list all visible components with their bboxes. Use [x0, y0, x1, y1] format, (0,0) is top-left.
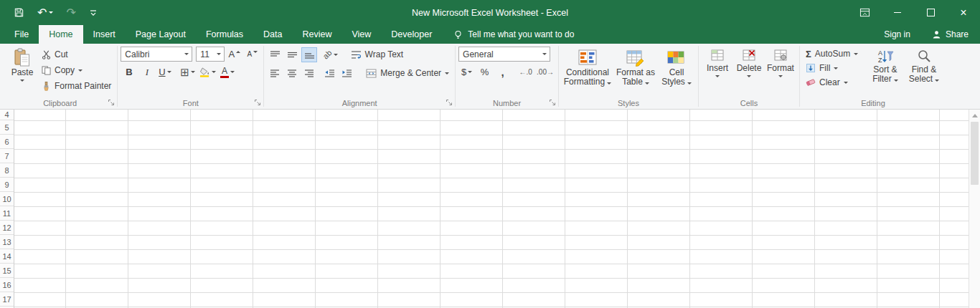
format-painter-button[interactable]: Format Painter — [39, 78, 114, 94]
row-header-cell[interactable]: 6 — [0, 135, 14, 149]
spreadsheet-grid[interactable] — [14, 110, 969, 308]
font-name-combo[interactable]: Calibri — [121, 47, 192, 62]
copy-dropdown-caret[interactable] — [78, 69, 83, 72]
cell-styles-dropdown-caret[interactable] — [687, 82, 692, 85]
merge-center-dropdown-caret[interactable] — [445, 72, 449, 74]
borders-dropdown-caret[interactable] — [191, 71, 195, 73]
row-header-cell[interactable]: 9 — [0, 178, 14, 192]
close-button[interactable]: × — [947, 0, 980, 25]
conditional-formatting-dropdown-caret[interactable] — [607, 82, 611, 85]
middle-align-button[interactable] — [284, 47, 300, 62]
bottom-align-button[interactable] — [301, 47, 317, 62]
row-header-cell[interactable]: 13 — [0, 235, 14, 249]
tab-review[interactable]: Review — [292, 25, 341, 44]
find-select-button[interactable]: Find & Select — [905, 45, 943, 97]
sort-filter-dropdown-caret[interactable] — [894, 80, 898, 82]
clear-dropdown-caret[interactable] — [844, 82, 848, 84]
increase-indent-button[interactable] — [339, 66, 354, 81]
fill-button[interactable]: Fill — [803, 61, 866, 75]
conditional-formatting-button[interactable]: Conditional Formatting — [562, 45, 613, 97]
format-cells-button[interactable]: Format — [765, 45, 796, 97]
clear-button[interactable]: Clear — [803, 75, 866, 90]
autosum-button[interactable]: Σ AutoSum — [803, 47, 866, 61]
maximize-button[interactable] — [914, 0, 947, 25]
row-header-cell[interactable]: 17 — [0, 292, 14, 307]
align-center-button[interactable] — [284, 66, 300, 81]
insert-cells-button[interactable]: Insert — [702, 45, 733, 97]
delete-dropdown-caret[interactable] — [747, 75, 751, 77]
decrease-decimal-button[interactable]: .00→ — [535, 64, 555, 80]
orientation-dropdown-caret[interactable] — [334, 54, 338, 56]
tab-view[interactable]: View — [341, 25, 381, 44]
scrollbar-thumb[interactable] — [971, 122, 979, 185]
format-as-table-button[interactable]: Format as Table — [613, 45, 658, 97]
font-name-dropdown[interactable] — [181, 47, 192, 61]
tab-data[interactable]: Data — [253, 25, 292, 44]
top-align-button[interactable] — [267, 47, 283, 62]
number-format-dropdown[interactable] — [539, 47, 550, 61]
underline-button[interactable]: U — [156, 64, 173, 80]
sort-filter-button[interactable]: A Z Sort & Filter — [866, 45, 905, 97]
fill-dropdown-caret[interactable] — [834, 67, 838, 69]
row-header-cell[interactable]: 15 — [0, 264, 14, 278]
ribbon-display-options-button[interactable] — [848, 0, 881, 25]
align-left-button[interactable] — [267, 66, 283, 81]
vertical-scrollbar[interactable] — [969, 110, 980, 308]
undo-dropdown-caret[interactable] — [49, 11, 53, 14]
underline-dropdown-caret[interactable] — [167, 71, 171, 73]
row-header-cell[interactable]: 14 — [0, 249, 14, 264]
row-header-cell[interactable]: 4 — [0, 110, 14, 120]
alignment-dialog-launcher[interactable] — [445, 98, 453, 107]
save-button[interactable] — [7, 0, 31, 25]
accounting-format-button[interactable]: $ — [458, 64, 475, 80]
delete-cells-button[interactable]: Delete — [733, 45, 765, 97]
cut-button[interactable]: Cut — [39, 47, 114, 62]
share-button[interactable]: Share — [920, 25, 980, 44]
font-size-combo[interactable]: 11 — [196, 47, 225, 62]
row-header-cell[interactable]: 11 — [0, 206, 14, 221]
row-header-cell[interactable]: 10 — [0, 192, 14, 206]
find-select-dropdown-caret[interactable] — [935, 80, 939, 82]
tab-developer[interactable]: Developer — [381, 25, 442, 44]
row-header-cell[interactable]: 8 — [0, 163, 14, 178]
number-dialog-launcher[interactable] — [548, 98, 557, 107]
insert-dropdown-caret[interactable] — [715, 75, 720, 77]
cell-styles-button[interactable]: Cell Styles — [658, 45, 695, 97]
redo-button[interactable]: ↷ — [60, 0, 82, 25]
customize-quick-access-button[interactable] — [83, 0, 104, 25]
row-header-cell[interactable]: 5 — [0, 120, 14, 135]
borders-button[interactable]: ⊞ — [179, 64, 197, 80]
increase-decimal-button[interactable]: ←.0 — [517, 64, 534, 80]
fill-color-dropdown-caret[interactable] — [212, 71, 216, 73]
tell-me-box[interactable]: Tell me what you want to do — [443, 25, 584, 44]
row-header-cell[interactable]: 7 — [0, 149, 14, 163]
font-color-button[interactable]: A — [219, 64, 236, 80]
number-format-combo[interactable]: General — [458, 47, 550, 62]
tab-insert[interactable]: Insert — [83, 25, 126, 44]
row-header-cell[interactable]: 12 — [0, 221, 14, 235]
grow-font-button[interactable]: A — [226, 47, 242, 62]
paste-dropdown-caret[interactable] — [20, 80, 24, 82]
row-header-cell[interactable]: 16 — [0, 278, 14, 292]
paste-button[interactable]: Paste — [6, 45, 39, 97]
scroll-up-icon[interactable] — [972, 114, 978, 117]
tab-page-layout[interactable]: Page Layout — [126, 25, 196, 44]
sign-in-button[interactable]: Sign in — [874, 25, 920, 44]
comma-style-button[interactable]: , — [494, 64, 511, 80]
italic-button[interactable]: I — [138, 64, 155, 80]
accounting-dropdown-caret[interactable] — [468, 71, 472, 73]
orientation-button[interactable]: ab — [321, 47, 339, 62]
shrink-font-button[interactable]: A — [244, 47, 260, 62]
align-right-button[interactable] — [301, 66, 317, 81]
font-dialog-launcher[interactable] — [253, 98, 262, 107]
font-size-dropdown[interactable] — [213, 47, 224, 61]
bold-button[interactable]: B — [121, 64, 137, 80]
tab-file[interactable]: File — [4, 25, 39, 44]
format-as-table-dropdown-caret[interactable] — [645, 82, 649, 85]
tab-home[interactable]: Home — [39, 25, 83, 44]
minimize-button[interactable] — [881, 0, 914, 25]
undo-button[interactable]: ↶ — [31, 0, 60, 25]
clipboard-dialog-launcher[interactable] — [107, 98, 116, 107]
format-dropdown-caret[interactable] — [778, 75, 783, 77]
fill-color-button[interactable] — [198, 64, 217, 80]
